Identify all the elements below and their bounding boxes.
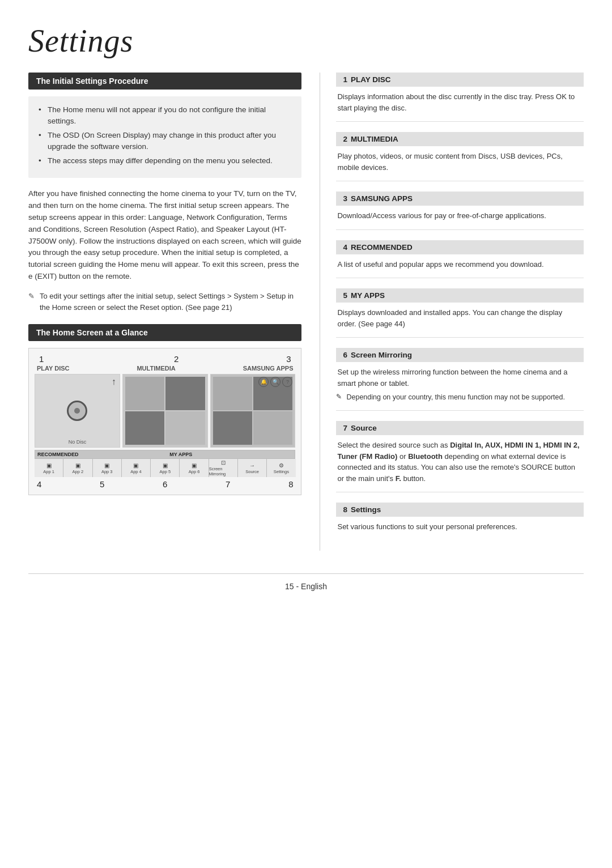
settings-item-text: Set various functions to suit your perso… bbox=[336, 521, 584, 533]
recommended-bar-label: RECOMMENDED bbox=[37, 452, 160, 457]
source-text: Select the desired source such as Digita… bbox=[336, 440, 584, 484]
right-item-4: 4 RECOMMENDED A list of useful and popul… bbox=[336, 240, 584, 279]
diagram-num-4: 4 bbox=[37, 479, 41, 489]
diagram-num-7: 7 bbox=[226, 479, 230, 489]
play-disc-title: PLAY DISC bbox=[351, 75, 391, 84]
icon-circle-1: 🔔 bbox=[258, 377, 269, 387]
multimedia-grid bbox=[123, 375, 207, 447]
label-samsung-apps: SAMSUNG APPS bbox=[243, 365, 294, 372]
disc-inner bbox=[74, 408, 80, 414]
app-1: ▣ App 1 bbox=[35, 459, 63, 477]
mm-3 bbox=[125, 411, 164, 445]
multimedia-cell bbox=[122, 374, 208, 448]
diagram-num-1: 1 bbox=[39, 354, 44, 364]
mm-1 bbox=[125, 377, 164, 410]
home-screen-diagram: 1 2 3 PLAY DISC MULTIMEDIA SAMSUNG APPS … bbox=[28, 348, 301, 495]
page-footer: 15 - English bbox=[28, 573, 584, 591]
item-number-1: 1 bbox=[343, 75, 347, 84]
multimedia-text: Play photos, videos, or music content fr… bbox=[336, 151, 584, 173]
diagram-num-5: 5 bbox=[100, 479, 104, 489]
no-disc-label: No Disc bbox=[69, 439, 87, 445]
item-number-2: 2 bbox=[343, 135, 347, 143]
disc-icon bbox=[67, 401, 87, 421]
app-2: ▣ App 2 bbox=[63, 459, 92, 477]
app5-icon: ▣ bbox=[163, 462, 168, 469]
multimedia-header: 2 MULTIMEDIA bbox=[336, 132, 584, 146]
app4-label: App 4 bbox=[130, 469, 142, 474]
item-number-8: 8 bbox=[343, 505, 347, 514]
home-screen-section: The Home Screen at a Glance 1 2 3 PLAY D… bbox=[28, 324, 301, 495]
diagram-num-3: 3 bbox=[286, 354, 291, 364]
diagram-bottom-numbers: 4 5 6 7 8 bbox=[35, 477, 295, 489]
my-apps-title: MY APPS bbox=[351, 291, 385, 300]
sc-3 bbox=[213, 411, 252, 445]
screen-mirroring-title: Screen Mirroring bbox=[351, 351, 412, 359]
right-item-3: 3 SAMSUNG APPS Download/Access various f… bbox=[336, 192, 584, 230]
screen-mirroring-text: Set up the wireless mirroring function b… bbox=[336, 367, 584, 389]
app-6: ▣ App 6 bbox=[180, 459, 209, 477]
settings-item-header: 8 Settings bbox=[336, 503, 584, 517]
play-disc-header: 1 PLAY DISC bbox=[336, 73, 584, 87]
diagram-num-6: 6 bbox=[163, 479, 167, 489]
settings-icon: ⚙ bbox=[279, 462, 284, 469]
mm-4 bbox=[165, 411, 205, 445]
multimedia-title: MULTIMEDIA bbox=[351, 135, 398, 143]
item-number-5: 5 bbox=[343, 291, 347, 300]
app3-icon: ▣ bbox=[104, 462, 109, 469]
samsung-apps-title: SAMSUNG APPS bbox=[351, 194, 413, 203]
app1-label: App 1 bbox=[43, 469, 54, 474]
main-grid: ↑ No Disc bbox=[35, 374, 295, 448]
sc-1 bbox=[213, 377, 252, 410]
diagram-num-8: 8 bbox=[288, 479, 293, 489]
myapps-bar-label: MY APPS bbox=[169, 452, 292, 457]
app-4: ▣ App 4 bbox=[122, 459, 151, 477]
mm-2 bbox=[165, 377, 205, 410]
app-3: ▣ App 3 bbox=[93, 459, 122, 477]
bottom-apps-bar: RECOMMENDED MY APPS ▣ App 1 ▣ App 2 bbox=[35, 450, 295, 477]
samsung-apps-cell: 🔔 🔍 ? bbox=[210, 374, 296, 448]
app-5: ▣ App 5 bbox=[151, 459, 180, 477]
app3-label: App 3 bbox=[101, 469, 113, 474]
source-icon: → bbox=[249, 462, 255, 469]
item-number-6: 6 bbox=[343, 351, 347, 359]
samsung-apps-text: Download/Access various for pay or free-… bbox=[336, 210, 584, 222]
app-source: → Source bbox=[238, 459, 267, 477]
page-title: Settings bbox=[28, 23, 584, 59]
app5-label: App 5 bbox=[159, 469, 171, 474]
bullet-2: The OSD (On Screen Display) may change i… bbox=[39, 130, 291, 152]
app4-icon: ▣ bbox=[133, 462, 138, 469]
screen-mirroring-note: Depending on your country, this menu fun… bbox=[336, 392, 584, 402]
app-settings: ⚙ Settings bbox=[267, 459, 295, 477]
home-screen-header: The Home Screen at a Glance bbox=[28, 324, 301, 341]
icon-circle-3: ? bbox=[282, 377, 292, 387]
bullet-3: The access steps may differ depending on… bbox=[39, 155, 291, 167]
right-item-5: 5 MY APPS Displays downloaded and instal… bbox=[336, 288, 584, 338]
right-column: 1 PLAY DISC Displays information about t… bbox=[320, 73, 584, 551]
label-multimedia: MULTIMEDIA bbox=[137, 365, 175, 372]
initial-settings-body: After you have finished connecting the h… bbox=[28, 188, 301, 283]
initial-settings-header: The Initial Settings Procedure bbox=[28, 73, 301, 90]
my-apps-text: Displays downloaded and installed apps. … bbox=[336, 307, 584, 329]
item-number-4: 4 bbox=[343, 243, 347, 252]
icon-circle-2: 🔍 bbox=[270, 377, 280, 387]
source-header: 7 Source bbox=[336, 421, 584, 435]
screen-mirror-label: Screen Mirroring bbox=[209, 466, 237, 476]
play-disc-cell: ↑ No Disc bbox=[35, 374, 120, 448]
apps-row: ▣ App 1 ▣ App 2 ▣ App 3 ▣ bbox=[35, 459, 295, 477]
footer-text: 15 - English bbox=[285, 582, 327, 591]
right-item-8: 8 Settings Set various functions to suit… bbox=[336, 503, 584, 541]
app2-icon: ▣ bbox=[75, 462, 80, 469]
bullet-1: The Home menu will not appear if you do … bbox=[39, 104, 291, 126]
initial-settings-note: To edit your settings after the initial … bbox=[28, 291, 301, 313]
screen-mirroring-header: 6 Screen Mirroring bbox=[336, 348, 584, 362]
app-screen-mirroring: ⊡ Screen Mirroring bbox=[209, 459, 238, 477]
right-item-6: 6 Screen Mirroring Set up the wireless m… bbox=[336, 348, 584, 411]
recommended-title: RECOMMENDED bbox=[351, 243, 413, 252]
samsung-apps-header: 3 SAMSUNG APPS bbox=[336, 192, 584, 206]
app2-label: App 2 bbox=[73, 469, 84, 474]
screen-mirror-icon: ⊡ bbox=[221, 459, 226, 466]
initial-settings-bullets: The Home menu will not appear if you do … bbox=[28, 96, 301, 178]
item-number-7: 7 bbox=[343, 424, 347, 432]
recommended-header: 4 RECOMMENDED bbox=[336, 240, 584, 254]
diagram-num-2: 2 bbox=[174, 354, 178, 364]
